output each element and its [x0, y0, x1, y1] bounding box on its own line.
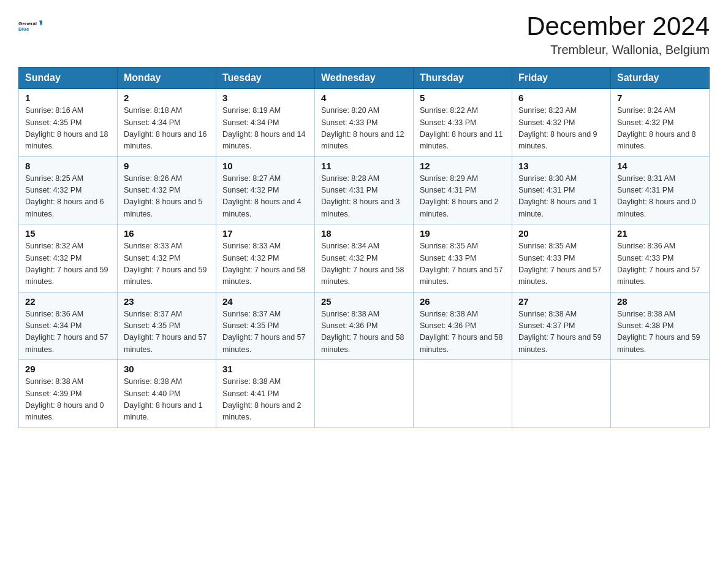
col-header-saturday: Saturday	[611, 67, 710, 89]
day-number: 30	[124, 364, 210, 374]
day-info: Sunrise: 8:19 AMSunset: 4:34 PMDaylight:…	[222, 106, 306, 150]
day-number: 24	[222, 296, 308, 307]
calendar-cell: 2 Sunrise: 8:18 AMSunset: 4:34 PMDayligh…	[118, 89, 216, 157]
calendar-cell: 11 Sunrise: 8:28 AMSunset: 4:31 PMDaylig…	[315, 156, 414, 224]
day-info: Sunrise: 8:18 AMSunset: 4:34 PMDaylight:…	[124, 106, 207, 150]
logo-svg: General Blue	[18, 12, 45, 39]
day-info: Sunrise: 8:38 AMSunset: 4:38 PMDaylight:…	[617, 310, 700, 354]
day-info: Sunrise: 8:37 AMSunset: 4:35 PMDaylight:…	[222, 310, 306, 354]
logo: General Blue	[18, 12, 45, 39]
day-info: Sunrise: 8:23 AMSunset: 4:32 PMDaylight:…	[518, 106, 597, 150]
day-number: 1	[25, 93, 111, 103]
day-info: Sunrise: 8:31 AMSunset: 4:31 PMDaylight:…	[617, 174, 696, 218]
day-number: 15	[25, 228, 111, 239]
day-number: 3	[222, 93, 308, 103]
calendar-cell: 21 Sunrise: 8:36 AMSunset: 4:33 PMDaylig…	[611, 224, 710, 293]
calendar-cell: 31 Sunrise: 8:38 AMSunset: 4:41 PMDaylig…	[216, 360, 315, 428]
calendar-cell: 22 Sunrise: 8:36 AMSunset: 4:34 PMDaylig…	[19, 292, 118, 360]
day-info: Sunrise: 8:33 AMSunset: 4:32 PMDaylight:…	[124, 242, 207, 286]
day-number: 9	[124, 161, 210, 171]
day-info: Sunrise: 8:16 AMSunset: 4:35 PMDaylight:…	[25, 106, 108, 150]
calendar-cell: 13 Sunrise: 8:30 AMSunset: 4:31 PMDaylig…	[512, 156, 611, 224]
svg-marker-1	[39, 20, 42, 25]
col-header-sunday: Sunday	[19, 67, 118, 89]
day-number: 6	[518, 93, 604, 103]
day-number: 25	[321, 296, 407, 307]
day-number: 2	[124, 93, 210, 103]
location-subtitle: Trembleur, Wallonia, Belgium	[526, 43, 710, 57]
svg-text:General: General	[18, 21, 37, 26]
calendar-cell: 5 Sunrise: 8:22 AMSunset: 4:33 PMDayligh…	[414, 89, 512, 157]
day-number: 26	[420, 296, 506, 307]
calendar-cell: 7 Sunrise: 8:24 AMSunset: 4:32 PMDayligh…	[611, 89, 710, 157]
calendar-cell: 8 Sunrise: 8:25 AMSunset: 4:32 PMDayligh…	[19, 156, 118, 224]
day-number: 8	[25, 161, 111, 171]
day-number: 19	[420, 228, 506, 239]
day-info: Sunrise: 8:32 AMSunset: 4:32 PMDaylight:…	[25, 242, 108, 286]
day-info: Sunrise: 8:27 AMSunset: 4:32 PMDaylight:…	[222, 174, 301, 218]
calendar-cell: 16 Sunrise: 8:33 AMSunset: 4:32 PMDaylig…	[118, 224, 216, 293]
calendar-cell: 29 Sunrise: 8:38 AMSunset: 4:39 PMDaylig…	[19, 360, 118, 428]
page-header: General Blue December 2024 Trembleur, Wa…	[18, 12, 710, 57]
day-info: Sunrise: 8:35 AMSunset: 4:33 PMDaylight:…	[518, 242, 602, 286]
day-number: 4	[321, 93, 407, 103]
day-info: Sunrise: 8:29 AMSunset: 4:31 PMDaylight:…	[420, 174, 499, 218]
day-number: 22	[25, 296, 111, 307]
calendar-week-row: 15 Sunrise: 8:32 AMSunset: 4:32 PMDaylig…	[19, 224, 710, 293]
day-info: Sunrise: 8:38 AMSunset: 4:36 PMDaylight:…	[420, 310, 503, 354]
calendar-cell: 9 Sunrise: 8:26 AMSunset: 4:32 PMDayligh…	[118, 156, 216, 224]
calendar-cell: 6 Sunrise: 8:23 AMSunset: 4:32 PMDayligh…	[512, 89, 611, 157]
calendar-cell: 15 Sunrise: 8:32 AMSunset: 4:32 PMDaylig…	[19, 224, 118, 293]
calendar-cell: 4 Sunrise: 8:20 AMSunset: 4:33 PMDayligh…	[315, 89, 414, 157]
day-info: Sunrise: 8:38 AMSunset: 4:39 PMDaylight:…	[25, 377, 104, 421]
calendar-table: SundayMondayTuesdayWednesdayThursdayFrid…	[18, 67, 710, 428]
day-number: 27	[518, 296, 604, 307]
col-header-thursday: Thursday	[414, 67, 512, 89]
day-number: 20	[518, 228, 604, 239]
day-number: 5	[420, 93, 506, 103]
calendar-cell: 17 Sunrise: 8:33 AMSunset: 4:32 PMDaylig…	[216, 224, 315, 293]
day-info: Sunrise: 8:26 AMSunset: 4:32 PMDaylight:…	[124, 174, 203, 218]
calendar-cell: 12 Sunrise: 8:29 AMSunset: 4:31 PMDaylig…	[414, 156, 512, 224]
calendar-cell	[414, 360, 512, 428]
month-year-title: December 2024	[526, 12, 710, 40]
col-header-tuesday: Tuesday	[216, 67, 315, 89]
calendar-cell: 19 Sunrise: 8:35 AMSunset: 4:33 PMDaylig…	[414, 224, 512, 293]
col-header-wednesday: Wednesday	[315, 67, 414, 89]
day-number: 13	[518, 161, 604, 171]
calendar-cell: 26 Sunrise: 8:38 AMSunset: 4:36 PMDaylig…	[414, 292, 512, 360]
calendar-cell: 18 Sunrise: 8:34 AMSunset: 4:32 PMDaylig…	[315, 224, 414, 293]
day-number: 16	[124, 228, 210, 239]
calendar-cell: 3 Sunrise: 8:19 AMSunset: 4:34 PMDayligh…	[216, 89, 315, 157]
day-number: 14	[617, 161, 703, 171]
day-info: Sunrise: 8:35 AMSunset: 4:33 PMDaylight:…	[420, 242, 503, 286]
col-header-monday: Monday	[118, 67, 216, 89]
day-info: Sunrise: 8:34 AMSunset: 4:32 PMDaylight:…	[321, 242, 404, 286]
title-block: December 2024 Trembleur, Wallonia, Belgi…	[526, 12, 710, 57]
calendar-week-row: 1 Sunrise: 8:16 AMSunset: 4:35 PMDayligh…	[19, 89, 710, 157]
day-number: 17	[222, 228, 308, 239]
day-number: 21	[617, 228, 703, 239]
day-number: 28	[617, 296, 703, 307]
calendar-cell: 24 Sunrise: 8:37 AMSunset: 4:35 PMDaylig…	[216, 292, 315, 360]
calendar-cell: 30 Sunrise: 8:38 AMSunset: 4:40 PMDaylig…	[118, 360, 216, 428]
svg-text:Blue: Blue	[18, 26, 29, 32]
calendar-cell: 27 Sunrise: 8:38 AMSunset: 4:37 PMDaylig…	[512, 292, 611, 360]
calendar-cell: 20 Sunrise: 8:35 AMSunset: 4:33 PMDaylig…	[512, 224, 611, 293]
calendar-week-row: 29 Sunrise: 8:38 AMSunset: 4:39 PMDaylig…	[19, 360, 710, 428]
calendar-week-row: 8 Sunrise: 8:25 AMSunset: 4:32 PMDayligh…	[19, 156, 710, 224]
calendar-cell: 23 Sunrise: 8:37 AMSunset: 4:35 PMDaylig…	[118, 292, 216, 360]
col-header-friday: Friday	[512, 67, 611, 89]
day-info: Sunrise: 8:33 AMSunset: 4:32 PMDaylight:…	[222, 242, 306, 286]
calendar-header-row: SundayMondayTuesdayWednesdayThursdayFrid…	[19, 67, 710, 89]
day-number: 7	[617, 93, 703, 103]
calendar-cell: 28 Sunrise: 8:38 AMSunset: 4:38 PMDaylig…	[611, 292, 710, 360]
day-number: 18	[321, 228, 407, 239]
calendar-cell: 1 Sunrise: 8:16 AMSunset: 4:35 PMDayligh…	[19, 89, 118, 157]
day-info: Sunrise: 8:36 AMSunset: 4:34 PMDaylight:…	[25, 310, 108, 354]
day-info: Sunrise: 8:38 AMSunset: 4:37 PMDaylight:…	[518, 310, 602, 354]
day-info: Sunrise: 8:36 AMSunset: 4:33 PMDaylight:…	[617, 242, 700, 286]
day-number: 29	[25, 364, 111, 374]
day-number: 23	[124, 296, 210, 307]
day-info: Sunrise: 8:22 AMSunset: 4:33 PMDaylight:…	[420, 106, 503, 150]
